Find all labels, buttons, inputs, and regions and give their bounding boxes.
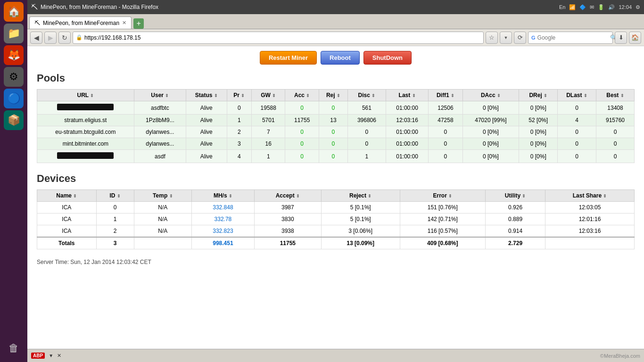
copyright: ©MeraBheja.com: [600, 353, 640, 359]
table-row: asdfAlive4100101:00:0000 [0%]0 [0%]00: [37, 150, 635, 163]
dev-col-lastshare: Last Share ⇕: [545, 190, 635, 202]
tab-minepeon[interactable]: ⛏ MinePeon, from MineForeman ✕: [29, 16, 132, 29]
table-row: ICA0N/A332.84839875 [0.1%]151 [0.76%]0.9…: [37, 202, 635, 214]
pool-status: Alive: [186, 115, 227, 126]
sidebar-icon-qbittorrent[interactable]: 🔵: [4, 89, 24, 108]
pool-acc: 0: [285, 150, 319, 163]
download-button[interactable]: ⬇: [615, 32, 627, 44]
adblock-dropdown[interactable]: ▼: [49, 353, 53, 358]
pool-url: eu-stratum.btcguild.com: [37, 126, 134, 138]
col-dacc: DAcc ⇕: [462, 90, 519, 101]
pool-last: 01:00:00: [386, 126, 428, 138]
pool-url: stratum.eligius.st: [37, 115, 134, 126]
content-area: Restart Miner Reboot ShutDown Pools URL …: [27, 46, 644, 349]
totals-id: 3: [96, 237, 134, 249]
bookmark-dropdown-button[interactable]: ▼: [500, 32, 512, 44]
sidebar-icon-virtualbox[interactable]: 📦: [4, 110, 24, 130]
dev-id: 0: [96, 202, 134, 214]
pool-acc: 0: [285, 101, 319, 115]
pool-dacc: 0 [0%]: [462, 150, 519, 163]
address-bar[interactable]: 🔒: [73, 32, 484, 44]
tab-close-icon[interactable]: ✕: [122, 20, 126, 26]
dev-col-temp: Temp ⇕: [134, 190, 191, 202]
lock-icon: 🔒: [76, 34, 83, 41]
dev-utility: 0.926: [486, 202, 545, 214]
dev-mhs: 332.78: [191, 214, 254, 225]
col-url: URL ⇕: [37, 90, 134, 101]
dev-col-name: Name ⇕: [37, 190, 97, 202]
pool-status: Alive: [186, 138, 227, 150]
restart-miner-button[interactable]: Restart Miner: [260, 51, 317, 65]
pool-acc: 0: [285, 126, 319, 138]
dev-mhs: 332.823: [191, 225, 254, 238]
battery-icon: 🔋: [598, 4, 604, 10]
dev-id: 1: [96, 214, 134, 225]
totals-accept: 11755: [254, 237, 321, 249]
back-button[interactable]: ◀: [30, 32, 42, 44]
pool-drej: 0 [0%]: [519, 126, 558, 138]
pool-disc: 0: [347, 138, 386, 150]
sidebar-icon-trash[interactable]: 🗑: [4, 338, 24, 358]
adblock-close[interactable]: ✕: [57, 353, 61, 359]
pool-dlast: 0: [558, 126, 596, 138]
pool-gw: 19588: [252, 101, 285, 115]
search-input[interactable]: [537, 34, 608, 41]
pool-last: 01:00:00: [386, 138, 428, 150]
pool-last: 01:00:00: [386, 101, 428, 115]
totals-utility: 2.729: [486, 237, 545, 249]
search-bar[interactable]: G 🔍: [528, 32, 613, 44]
dev-error: 151 [0.76%]: [400, 202, 486, 214]
totals-reject: 13 [0.09%]: [321, 237, 400, 249]
shutdown-button[interactable]: ShutDown: [363, 51, 412, 65]
pool-best: 0: [596, 126, 634, 138]
sidebar-icon-settings[interactable]: ⚙: [4, 67, 24, 87]
new-tab-button[interactable]: +: [133, 18, 144, 29]
bluetooth-icon: 🔷: [579, 4, 586, 10]
bookmark-star-button[interactable]: ☆: [486, 32, 498, 44]
pool-pr: 4: [227, 150, 252, 163]
refresh-button[interactable]: ↻: [58, 32, 71, 44]
pool-status: Alive: [186, 150, 227, 163]
pool-pr: 1: [227, 115, 252, 126]
dev-reject: 3 [0.06%]: [321, 225, 400, 238]
url-input[interactable]: [84, 34, 480, 41]
pool-best: 0: [596, 150, 634, 163]
pool-rej: 0: [319, 101, 347, 115]
pool-url: [37, 101, 134, 115]
wifi-icon: 📶: [569, 4, 576, 10]
pool-disc: 0: [347, 126, 386, 138]
dev-utility: 0.914: [486, 225, 545, 238]
sidebar-icon-files[interactable]: 📁: [4, 24, 24, 43]
pools-section-title: Pools: [37, 72, 635, 84]
forward-button[interactable]: ▶: [44, 32, 57, 44]
col-user: User ⇕: [134, 90, 186, 101]
pool-drej: 0 [0%]: [519, 101, 558, 115]
pool-pr: 2: [227, 126, 252, 138]
pool-gw: 1: [252, 150, 285, 163]
reboot-button[interactable]: Reboot: [321, 51, 360, 65]
totals-error: 409 [0.68%]: [400, 237, 486, 249]
dev-reject: 5 [0.1%]: [321, 202, 400, 214]
pool-pr: 0: [227, 101, 252, 115]
dev-lastshare: 12:03:05: [545, 202, 635, 214]
pool-drej: 52 [0%]: [519, 115, 558, 126]
pool-status: Alive: [186, 126, 227, 138]
table-row: eu-stratum.btcguild.comdylanwes...Alive2…: [37, 126, 635, 138]
sidebar-icon-home[interactable]: 🏠: [4, 2, 24, 22]
sidebar-icon-firefox[interactable]: 🦊: [4, 45, 24, 65]
dev-accept: 3938: [254, 225, 321, 238]
action-buttons: Restart Miner Reboot ShutDown: [37, 51, 635, 65]
dev-lastshare: 12:01:16: [545, 214, 635, 225]
dev-mhs: 332.848: [191, 202, 254, 214]
col-disc: Disc ⇕: [347, 90, 386, 101]
pool-best: 0: [596, 138, 634, 150]
home-button[interactable]: 🏠: [629, 32, 641, 44]
pool-diff1: 0: [429, 126, 462, 138]
pool-dlast: 4: [558, 115, 596, 126]
pool-user: dylanwes...: [134, 126, 186, 138]
reload-button[interactable]: ⟳: [514, 32, 526, 44]
pool-status: Alive: [186, 101, 227, 115]
tab-icon: ⛏: [34, 20, 40, 26]
col-diff1: Diff1 ⇕: [429, 90, 462, 101]
table-row: stratum.eligius.st1Pz8bM9...Alive1570111…: [37, 115, 635, 126]
